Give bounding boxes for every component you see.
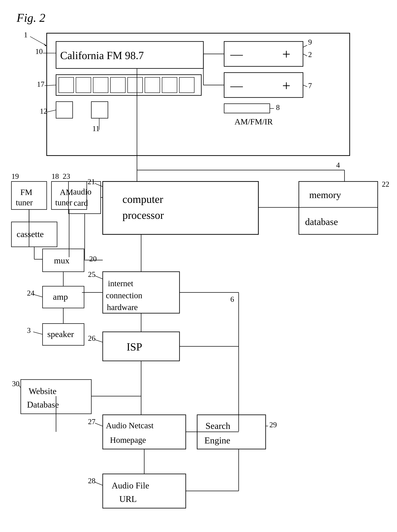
ref22-label: 22 (382, 180, 389, 188)
ref2-label: 2 (308, 50, 312, 59)
ref19-label: 19 (11, 172, 19, 180)
svg-rect-143 (0, 0, 397, 532)
ref10-label: 10 (35, 47, 43, 55)
ref11-label: 11 (92, 124, 100, 133)
main-diagram: Fig. 2 1 California FM 98.7 10 17 — + (0, 0, 397, 532)
minus2-symbol: — (230, 79, 243, 92)
speaker-text: speaker (47, 329, 74, 339)
ref1-label: 1 (24, 31, 28, 39)
ref26-label: 26 (88, 334, 95, 342)
website-db-text1: Website (29, 386, 56, 396)
website-db-text2: Database (27, 400, 59, 410)
audio-file-text1: Audio File (112, 481, 149, 490)
ref23-label: 23 (63, 172, 70, 180)
ref7-label: 7 (308, 81, 312, 90)
display-text: California FM 98.7 (60, 49, 144, 61)
amp-text: amp (53, 292, 68, 302)
internet-hw-text2: connection (106, 291, 142, 300)
am-tuner-text2: tuner (55, 198, 72, 207)
minus1-symbol: — (230, 47, 243, 61)
ref28-label: 28 (88, 477, 95, 485)
memory-text: memory (309, 190, 341, 200)
cassette-text: cassette (17, 229, 44, 239)
audio-card-text: audio (73, 187, 92, 196)
internet-hw-text3: hardware (107, 303, 138, 312)
computer-processor-text2: processor (123, 209, 164, 221)
isp-text: ISP (127, 341, 142, 353)
ref25-label: 25 (88, 270, 95, 279)
amfmir-text: AM/FM/IR (235, 117, 273, 126)
ref12-label: 12 (40, 107, 47, 115)
computer-processor-text: computer (123, 193, 163, 205)
database-text: database (305, 217, 338, 227)
figure-title: Fig. 2 (16, 11, 45, 24)
ref18-label: 18 (51, 172, 59, 180)
plus1-symbol: + (282, 46, 290, 62)
page: Fig. 2 1 1 California FM 98.7 10 — + 9 2… (0, 0, 397, 532)
audio-netcast-text2: Homepage (110, 435, 146, 445)
audio-file-text2: URL (119, 494, 137, 504)
ref27-label: 27 (88, 417, 95, 426)
ref4-label: 4 (336, 161, 340, 169)
search-engine-text1: Search (205, 421, 230, 431)
search-engine-text2: Engine (205, 435, 230, 446)
am-tuner-text: AM (60, 188, 73, 197)
ref17-label: 17 (37, 80, 44, 88)
audio-netcast-text1: Audio Netcast (106, 421, 154, 430)
ref24-label: 24 (27, 289, 34, 297)
mux-text: mux (54, 256, 69, 265)
ref9-label: 9 (308, 38, 312, 46)
audio-card-text2: card (74, 198, 88, 208)
ref29-label: 29 (269, 421, 277, 429)
plus2-symbol: + (282, 78, 290, 94)
ref21-label: 21 (87, 177, 95, 186)
ref8-label: 8 (276, 103, 280, 112)
fm-tuner-text2: tuner (16, 198, 33, 207)
ref6-label: 6 (230, 295, 234, 303)
ref30-label: 30 (12, 379, 19, 388)
ref3-label: 3 (27, 326, 31, 335)
internet-hw-text1: internet (108, 279, 133, 288)
fm-tuner-text: FM (20, 188, 32, 197)
ref20-label: 20 (89, 255, 97, 263)
